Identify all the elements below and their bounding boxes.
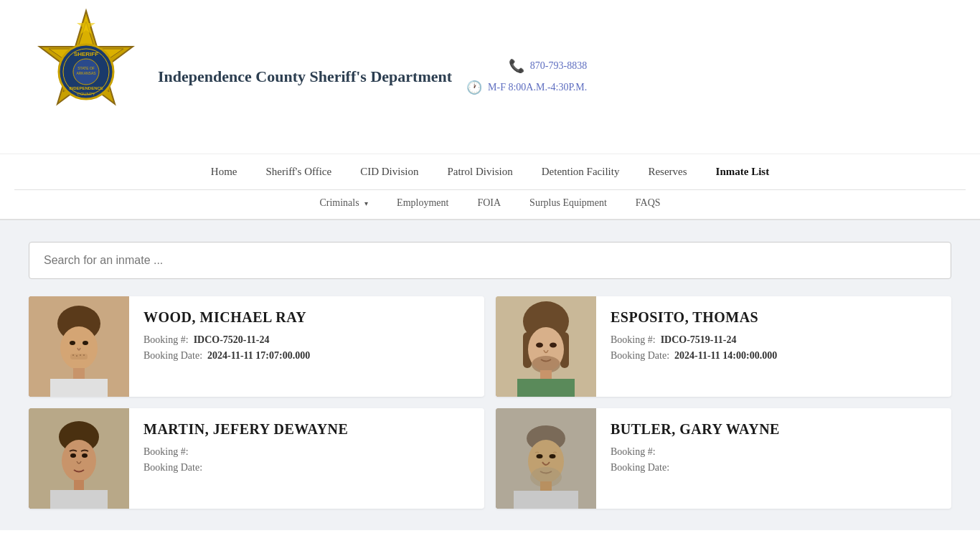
svg-rect-32 <box>540 370 552 379</box>
svg-point-45 <box>550 454 556 458</box>
nav-link-foia[interactable]: FOIA <box>463 190 515 216</box>
booking-label: Booking #: <box>611 446 656 457</box>
booking-label: Booking #: <box>143 446 189 457</box>
inmate-name: BUTLER, GARY WAYNE <box>611 421 937 438</box>
primary-nav: Home Sheriff's Office CID Division Patro… <box>14 154 966 189</box>
inmate-photo <box>496 296 596 397</box>
nav-item-detention[interactable]: Detention Facility <box>527 154 634 189</box>
svg-point-21 <box>83 354 85 356</box>
logo[interactable]: SHERIFF STATE OF ARKANSAS INDEPENDENCE C… <box>29 7 143 146</box>
nav-link-reserves[interactable]: Reserves <box>633 154 701 189</box>
inmate-name: MARTIN, JEFERY DEWAYNE <box>143 421 470 438</box>
nav-link-criminals[interactable]: Criminals ▾ <box>305 190 382 216</box>
inmate-info: BUTLER, GARY WAYNE Booking #: Booking Da… <box>596 408 951 509</box>
nav-link-inmate-list[interactable]: Inmate List <box>702 154 784 189</box>
nav-link-cid[interactable]: CID Division <box>346 154 433 189</box>
nav-link-patrol[interactable]: Patrol Division <box>433 154 527 189</box>
main-content: WOOD, MICHAEL RAY Booking #: IDCO-7520-1… <box>0 220 980 530</box>
date-label: Booking Date: <box>143 350 202 361</box>
nav-item-sheriffs-office[interactable]: Sheriff's Office <box>251 154 346 189</box>
booking-date-value: 2024-11-11 14:00:00.000 <box>674 350 777 361</box>
criminals-label: Criminals <box>319 197 359 208</box>
svg-point-15 <box>70 341 75 345</box>
svg-text:SHERIFF: SHERIFF <box>74 51 98 57</box>
inmate-card[interactable]: MARTIN, JEFERY DEWAYNE Booking #: Bookin… <box>29 408 484 509</box>
nav-item-patrol[interactable]: Patrol Division <box>433 154 527 189</box>
inmate-grid: WOOD, MICHAEL RAY Booking #: IDCO-7520-1… <box>29 296 951 509</box>
inmate-card[interactable]: WOOD, MICHAEL RAY Booking #: IDCO-7520-1… <box>29 296 484 397</box>
nav-item-cid[interactable]: CID Division <box>346 154 433 189</box>
nav-item-criminals[interactable]: Criminals ▾ <box>305 190 382 216</box>
inmate-booking-num: Booking #: <box>143 446 470 458</box>
inmate-name: WOOD, MICHAEL RAY <box>143 309 470 326</box>
inmate-info: MARTIN, JEFERY DEWAYNE Booking #: Bookin… <box>129 408 484 509</box>
nav-link-sheriffs-office[interactable]: Sheriff's Office <box>251 154 346 189</box>
search-input[interactable] <box>29 242 951 279</box>
svg-rect-48 <box>514 491 578 509</box>
date-label: Booking Date: <box>611 350 669 361</box>
svg-rect-22 <box>73 368 85 379</box>
hours-text: M-F 8:00A.M.-4:30P.M. <box>488 82 587 93</box>
nav-link-faqs[interactable]: FAQS <box>621 190 675 216</box>
inmate-photo <box>29 408 129 509</box>
site-title-text: Independence County Sheriff's Department <box>158 67 452 85</box>
inmate-card[interactable]: ESPOSITO, THOMAS Booking #: IDCO-7519-11… <box>496 296 951 397</box>
svg-point-38 <box>82 453 88 458</box>
inmate-booking-date: Booking Date: <box>143 462 470 474</box>
inmate-photo <box>29 296 129 397</box>
nav-item-foia[interactable]: FOIA <box>463 190 515 216</box>
inmate-photo <box>496 408 596 509</box>
svg-point-19 <box>76 355 77 357</box>
nav-link-surplus[interactable]: Surplus Equipment <box>515 190 621 216</box>
nav-link-home[interactable]: Home <box>197 154 252 189</box>
phone-icon: 📞 <box>509 58 524 74</box>
inmate-booking-num: Booking #: IDCO-7519-11-24 <box>611 334 937 346</box>
svg-text:INDEPENDENCE: INDEPENDENCE <box>69 86 103 90</box>
nav-link-employment[interactable]: Employment <box>382 190 463 216</box>
main-nav: Home Sheriff's Office CID Division Patro… <box>0 154 980 220</box>
svg-point-16 <box>83 341 88 345</box>
svg-text:COUNTY: COUNTY <box>77 92 95 96</box>
svg-point-18 <box>72 354 74 356</box>
date-label: Booking Date: <box>143 462 202 473</box>
nav-item-employment[interactable]: Employment <box>382 190 463 216</box>
phone-number: 870-793-8838 <box>530 60 587 72</box>
svg-point-44 <box>537 454 543 458</box>
svg-point-20 <box>80 354 81 356</box>
svg-point-36 <box>62 440 96 481</box>
site-title: Independence County Sheriff's Department <box>158 67 452 86</box>
nav-item-home[interactable]: Home <box>197 154 252 189</box>
phone-contact[interactable]: 📞 870-793-8838 <box>509 58 587 74</box>
inmate-booking-date: Booking Date: 2024-11-11 17:07:00.000 <box>143 350 470 362</box>
inmate-booking-num: Booking #: IDCO-7520-11-24 <box>143 334 470 346</box>
booking-num-value: IDCO-7519-11-24 <box>661 334 737 345</box>
booking-num-value: IDCO-7520-11-24 <box>194 334 270 345</box>
chevron-down-icon: ▾ <box>364 199 368 207</box>
svg-text:ARKANSAS: ARKANSAS <box>76 71 96 75</box>
svg-rect-40 <box>50 490 108 509</box>
secondary-nav: Criminals ▾ Employment FOIA Surplus Equi… <box>14 190 966 219</box>
inmate-booking-date: Booking Date: <box>611 462 937 474</box>
svg-rect-33 <box>517 379 575 397</box>
booking-date-value: 2024-11-11 17:07:00.000 <box>207 350 310 361</box>
inmate-booking-date: Booking Date: 2024-11-11 14:00:00.000 <box>611 350 937 362</box>
inmate-booking-num: Booking #: <box>611 446 937 458</box>
contact-info: 📞 870-793-8838 🕐 M-F 8:00A.M.-4:30P.M. <box>466 58 587 95</box>
svg-point-14 <box>60 326 98 369</box>
svg-rect-39 <box>74 480 84 490</box>
inmate-card[interactable]: BUTLER, GARY WAYNE Booking #: Booking Da… <box>496 408 951 509</box>
nav-link-detention[interactable]: Detention Facility <box>527 154 634 189</box>
site-header: SHERIFF STATE OF ARKANSAS INDEPENDENCE C… <box>0 0 980 154</box>
svg-point-29 <box>536 343 543 348</box>
search-container <box>29 242 951 279</box>
nav-item-reserves[interactable]: Reserves <box>633 154 701 189</box>
nav-item-surplus[interactable]: Surplus Equipment <box>515 190 621 216</box>
booking-label: Booking #: <box>611 334 656 345</box>
svg-rect-23 <box>50 379 108 397</box>
svg-point-30 <box>550 343 557 348</box>
svg-text:STATE OF: STATE OF <box>77 66 95 70</box>
nav-item-inmate-list[interactable]: Inmate List <box>702 154 784 189</box>
booking-label: Booking #: <box>143 334 189 345</box>
hours-contact: 🕐 M-F 8:00A.M.-4:30P.M. <box>466 80 587 95</box>
nav-item-faqs[interactable]: FAQS <box>621 190 675 216</box>
